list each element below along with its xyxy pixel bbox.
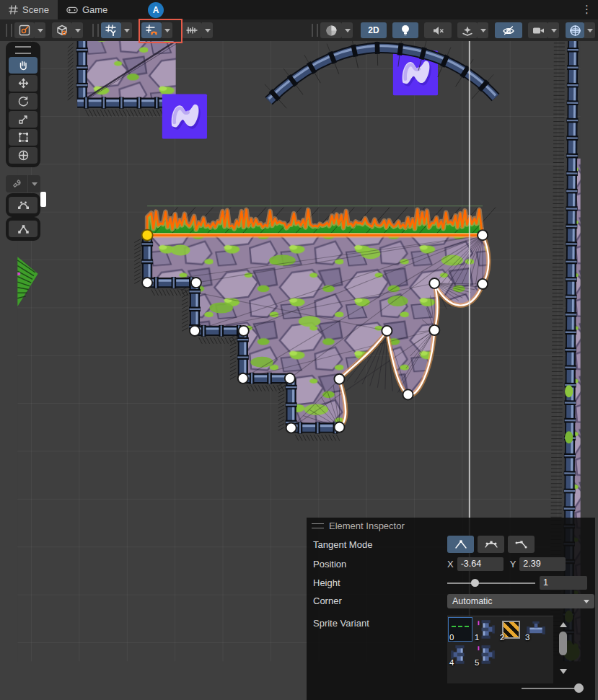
- view-hand-tool[interactable]: [9, 57, 38, 74]
- sprite-variant-0[interactable]: 0: [448, 617, 472, 642]
- spline-control-point[interactable]: [478, 279, 488, 289]
- sprite-variant-2[interactable]: 2: [498, 617, 523, 642]
- thumbnail-slider-knob[interactable]: [574, 683, 584, 693]
- tangent-continuous-button[interactable]: [478, 536, 504, 553]
- grid-axis-dropdown[interactable]: [121, 22, 132, 38]
- kebab-menu-icon[interactable]: ⋮: [581, 3, 592, 16]
- position-y-field[interactable]: 2.39: [519, 557, 566, 571]
- custom-tools-dropdown[interactable]: [28, 175, 40, 192]
- spline-control-point[interactable]: [238, 373, 248, 384]
- effects-dropdown[interactable]: [478, 22, 488, 38]
- spline-control-point[interactable]: [334, 422, 344, 433]
- spline-control-point[interactable]: [478, 230, 488, 240]
- custom-tools-button[interactable]: [6, 175, 40, 192]
- speaker-muted-icon: [432, 25, 444, 36]
- gizmo-button[interactable]: [566, 22, 584, 38]
- spline-control-point[interactable]: [239, 326, 249, 336]
- gizmo-sphere-icon: [569, 25, 581, 37]
- logo-sprite[interactable]: [162, 94, 207, 138]
- spline-control-point[interactable]: [403, 389, 413, 399]
- position-label: Position: [313, 559, 447, 570]
- height-label: Height: [313, 577, 447, 588]
- edit-spline-overlay: [6, 193, 40, 217]
- dashed-line-sprite: [452, 626, 469, 627]
- grid-axis-y-button[interactable]: [101, 22, 121, 38]
- tab-scene[interactable]: Scene: [0, 0, 58, 19]
- panel-drag-handle[interactable]: [312, 523, 324, 528]
- tab-bar: Scene Game A ⋮: [0, 0, 598, 19]
- spline-control-point[interactable]: [191, 278, 201, 288]
- spline-control-point[interactable]: [286, 422, 296, 433]
- collaborator-badge[interactable]: A: [148, 2, 164, 18]
- spline-control-point[interactable]: [334, 374, 344, 384]
- ruler-snap-icon: [186, 25, 198, 35]
- pivot-cube-dropdown[interactable]: [72, 22, 83, 38]
- rect-tool[interactable]: [9, 129, 38, 146]
- height-slider-knob[interactable]: [471, 579, 479, 587]
- scale-tool[interactable]: [9, 111, 38, 128]
- spline-control-point[interactable]: [429, 325, 439, 335]
- edit-corners-overlay: [6, 217, 40, 241]
- sprite-variant-3[interactable]: 3: [524, 617, 548, 642]
- move-tool[interactable]: [9, 75, 38, 92]
- gizmo-dropdown[interactable]: [584, 22, 595, 38]
- tools-overlay-handle[interactable]: [15, 46, 31, 54]
- toolbar-separator: [92, 24, 99, 37]
- tab-game[interactable]: Game: [58, 0, 116, 19]
- corner-dropdown[interactable]: Automatic: [447, 594, 594, 608]
- rotate-tool[interactable]: [9, 93, 38, 110]
- grid-y-icon: [105, 25, 117, 36]
- tangent-linear-icon: [454, 539, 468, 549]
- scroll-up-icon[interactable]: [560, 619, 567, 627]
- scale-icon: [18, 114, 29, 125]
- draw-mode-dropdown[interactable]: [342, 22, 353, 38]
- hand-icon: [18, 60, 29, 71]
- thumbnail-size-slider[interactable]: [522, 683, 584, 694]
- tangent-linear-button[interactable]: [447, 536, 474, 553]
- effects-icon: [462, 25, 473, 36]
- spline-context-dropdown[interactable]: [35, 22, 45, 38]
- mode-2d-button[interactable]: 2D: [361, 22, 387, 38]
- height-slider[interactable]: [447, 576, 535, 590]
- draw-mode-button[interactable]: [320, 22, 342, 38]
- height-field[interactable]: 1: [540, 576, 587, 590]
- gamepad-icon: [66, 6, 78, 14]
- camera-dropdown[interactable]: [548, 22, 559, 38]
- spline-points-icon: [17, 200, 30, 211]
- audio-mute-button[interactable]: [424, 22, 452, 38]
- edit-spline-tool[interactable]: [9, 197, 38, 213]
- pivot-cube-button[interactable]: [52, 22, 72, 38]
- spline-context-icon: [19, 25, 30, 36]
- scroll-down-icon[interactable]: [560, 669, 567, 678]
- spline-control-point[interactable]: [429, 278, 439, 288]
- increment-snap-button[interactable]: [182, 22, 202, 38]
- element-inspector-panel: Element Inspector Tangent Mode: [307, 518, 595, 700]
- edit-corners-tool[interactable]: [9, 221, 38, 237]
- spline-control-point[interactable]: [190, 326, 200, 336]
- spline-control-point-selected[interactable]: [142, 230, 153, 241]
- toolbar-separator: [6, 24, 12, 37]
- sprite-variant-label: Sprite Variant: [313, 616, 447, 685]
- tangent-broken-button[interactable]: [508, 536, 535, 553]
- spline-edit-context-button[interactable]: [14, 22, 35, 38]
- spline-control-point[interactable]: [382, 326, 392, 336]
- spline-control-point[interactable]: [285, 373, 295, 384]
- grid-snapping-dropdown[interactable]: [162, 22, 172, 38]
- variant-scrollbar[interactable]: [558, 616, 568, 682]
- sprite-variant-grid: 0 1 2 3 4: [447, 616, 553, 683]
- eye-hidden-icon: [502, 25, 515, 35]
- position-x-field[interactable]: -3.64: [457, 557, 504, 571]
- increment-snap-dropdown[interactable]: [202, 22, 213, 38]
- scrollbar-thumb[interactable]: [559, 632, 567, 655]
- grid-snapping-button[interactable]: [141, 22, 162, 38]
- sprite-variant-1[interactable]: 1: [473, 617, 498, 642]
- sprite-variant-5[interactable]: 5: [473, 642, 498, 667]
- spline-control-point[interactable]: [142, 278, 152, 288]
- scene-visibility-button[interactable]: [495, 22, 522, 38]
- sprite-variant-4[interactable]: 4: [448, 642, 472, 667]
- effects-button[interactable]: [457, 22, 478, 38]
- transform-tool[interactable]: [9, 147, 38, 164]
- camera-button[interactable]: [528, 22, 548, 38]
- wrench-icon: [6, 175, 27, 192]
- scene-lighting-button[interactable]: [392, 22, 418, 38]
